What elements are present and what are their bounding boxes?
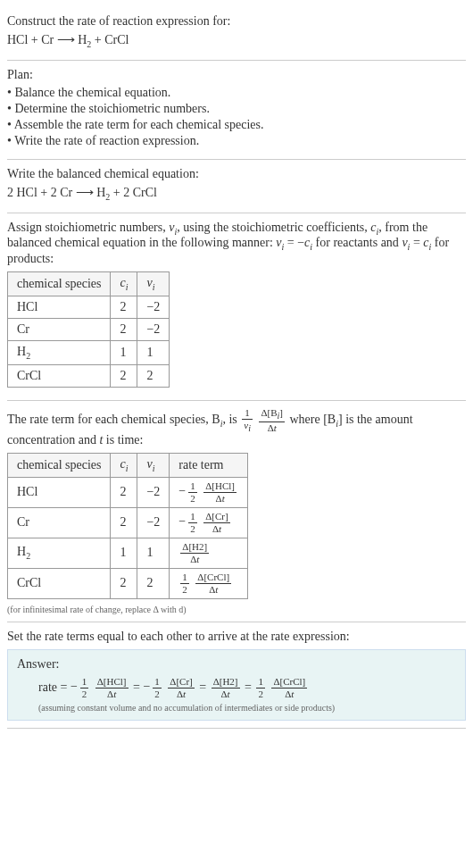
plan-item: • Determine the stoichiometric numbers.	[7, 102, 466, 116]
col-rateterm: rate term	[170, 453, 248, 477]
table-header-row: chemical species ci νi	[8, 272, 170, 296]
col-nui: νi	[137, 453, 170, 477]
arrow-icon: ⟶	[76, 186, 94, 199]
col-nui: νi	[137, 272, 170, 296]
plan-section: Plan: • Balance the chemical equation. •…	[7, 61, 466, 160]
prompt-section: Construct the rate of reaction expressio…	[7, 7, 466, 61]
prompt-text: Construct the rate of reaction expressio…	[7, 14, 466, 29]
rateterm-note: (for infinitesimal rate of change, repla…	[7, 605, 466, 614]
balanced-intro: Write the balanced chemical equation:	[7, 167, 466, 181]
rate-expression: rate = −12 Δ[HCl]Δt = −12 Δ[Cr]Δt = Δ[H2…	[38, 677, 456, 699]
eq-rhs-rest: + CrCl	[91, 33, 129, 46]
col-species: chemical species	[8, 453, 111, 477]
col-ci: ci	[111, 453, 137, 477]
table-row: H2 1 1 Δ[H2]Δt	[8, 538, 248, 568]
stoich-intro: Assign stoichiometric numbers, νi, using…	[7, 221, 466, 267]
answer-box: Answer: rate = −12 Δ[HCl]Δt = −12 Δ[Cr]Δ…	[7, 649, 466, 721]
table-row: CrCl 2 2	[8, 364, 170, 387]
eq-lhs: HCl + Cr	[7, 33, 54, 46]
answer-note: (assuming constant volume and no accumul…	[38, 703, 456, 713]
table-row: HCl 2 −2 −12 Δ[HCl]Δt	[8, 477, 248, 507]
plan-list: • Balance the chemical equation. • Deter…	[7, 86, 466, 148]
table-header-row: chemical species ci νi rate term	[8, 453, 248, 477]
balanced-rhs: H2 + 2 CrCl	[96, 186, 157, 199]
final-section: Set the rate terms equal to each other t…	[7, 622, 466, 729]
rate-term-cell: 12 Δ[CrCl]Δt	[170, 568, 248, 598]
plan-item: • Balance the chemical equation.	[7, 86, 466, 100]
eq-rhs-h2: H2	[78, 33, 91, 46]
answer-label: Answer:	[17, 657, 456, 672]
rate-term-cell: Δ[H2]Δt	[170, 538, 248, 568]
plan-item: • Write the rate of reaction expression.	[7, 134, 466, 148]
balanced-lhs: 2 HCl + 2 Cr	[7, 186, 72, 199]
final-intro: Set the rate terms equal to each other t…	[7, 630, 466, 644]
rateterm-section: The rate term for each chemical species,…	[7, 401, 466, 622]
table-row: H2 1 1	[8, 340, 170, 364]
plan-title: Plan:	[7, 68, 466, 82]
table-row: CrCl 2 2 12 Δ[CrCl]Δt	[8, 568, 248, 598]
rateterm-intro: The rate term for each chemical species,…	[7, 408, 466, 447]
frac-one-over-nu: 1 νi	[242, 408, 253, 433]
stoich-section: Assign stoichiometric numbers, νi, using…	[7, 213, 466, 401]
balanced-equation: 2 HCl + 2 Cr ⟶ H2 + 2 CrCl	[7, 185, 466, 202]
unbalanced-equation: HCl + Cr ⟶ H2 + CrCl	[7, 32, 466, 49]
table-row: Cr 2 −2	[8, 318, 170, 340]
rateterm-table: chemical species ci νi rate term HCl 2 −…	[7, 453, 248, 599]
rate-term-cell: −12 Δ[HCl]Δt	[170, 477, 248, 507]
table-row: Cr 2 −2 −12 Δ[Cr]Δt	[8, 507, 248, 538]
stoich-table: chemical species ci νi HCl 2 −2 Cr 2 −2 …	[7, 271, 170, 388]
col-species: chemical species	[8, 272, 111, 296]
plan-item: • Assemble the rate term for each chemic…	[7, 118, 466, 132]
col-ci: ci	[111, 272, 137, 296]
frac-dBi-dt: Δ[Bi] Δt	[259, 408, 285, 433]
arrow-icon: ⟶	[57, 33, 75, 46]
table-row: HCl 2 −2	[8, 296, 170, 318]
rate-term-cell: −12 Δ[Cr]Δt	[170, 507, 248, 538]
balanced-section: Write the balanced chemical equation: 2 …	[7, 160, 466, 213]
